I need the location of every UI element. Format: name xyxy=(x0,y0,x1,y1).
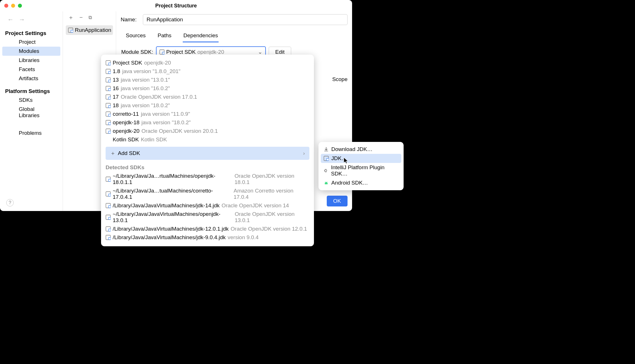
maximize-window-button[interactable] xyxy=(18,4,22,8)
sdk-option-detail: java version "11.0.9" xyxy=(141,111,190,117)
tab-sources[interactable]: Sources xyxy=(125,31,146,42)
module-item[interactable]: RunApplication xyxy=(66,25,113,35)
detected-sdk-path: /Library/Java/JavaVirtualMachines/jdk-12… xyxy=(113,226,229,232)
sdk-icon xyxy=(106,111,111,117)
svg-rect-9 xyxy=(108,80,111,82)
submenu-item-label: JDK… xyxy=(331,155,347,162)
sdk-icon xyxy=(106,60,111,65)
tab-dependencies[interactable]: Dependencies xyxy=(183,31,218,42)
svg-rect-5 xyxy=(108,63,111,65)
module-icon xyxy=(68,28,73,33)
svg-rect-27 xyxy=(108,206,111,208)
help-icon[interactable]: ? xyxy=(6,199,14,206)
sdk-option[interactable]: 1.8 java version "1.8.0_201" xyxy=(106,67,309,76)
module-sdk-label: Module SDK: xyxy=(121,49,153,55)
sdk-option[interactable]: openjdk-20 Oracle OpenJDK version 20.0.1 xyxy=(106,127,309,135)
forward-arrow-icon[interactable]: → xyxy=(19,16,25,23)
detected-sdk-option[interactable]: ~/Library/Java/Ja…tualMachines/corretto-… xyxy=(106,187,309,201)
submenu-item-plugin[interactable]: IntelliJ Platform Plugin SDK… xyxy=(321,163,401,178)
svg-rect-33 xyxy=(108,237,111,240)
sdk-icon xyxy=(106,191,111,197)
sdk-option-name: 17 xyxy=(113,94,119,100)
back-arrow-icon[interactable]: ← xyxy=(7,16,14,23)
svg-rect-15 xyxy=(108,106,111,108)
submenu-item-sdk[interactable]: JDK… xyxy=(321,154,401,163)
svg-rect-1 xyxy=(71,30,73,32)
sdk-option[interactable]: 16 java version "16.0.2" xyxy=(106,84,309,93)
window-controls xyxy=(4,4,22,8)
copy-module-icon[interactable]: ⧉ xyxy=(89,15,92,20)
add-module-icon[interactable]: ＋ xyxy=(68,14,74,21)
kotlin-icon xyxy=(106,137,111,142)
ok-button[interactable]: OK xyxy=(327,196,348,206)
sdk-icon xyxy=(106,215,111,220)
close-window-button[interactable] xyxy=(4,4,8,8)
detected-sdk-option[interactable]: ~/Library/Java/JavaVirtualMachines/openj… xyxy=(106,210,309,225)
sidebar-item-project[interactable]: Project xyxy=(2,38,60,47)
detected-sdk-option[interactable]: ~/Library/Java/Ja…rtualMachines/openjdk-… xyxy=(106,172,309,187)
sidebar-item-problems[interactable]: Problems xyxy=(2,129,60,138)
sdk-option[interactable]: Project SDK openjdk-20 xyxy=(106,59,309,67)
sdk-option-detail: Oracle OpenJDK version 17.0.1 xyxy=(121,94,197,100)
titlebar: Project Structure xyxy=(0,0,352,11)
detected-sdk-path: ~/Library/Java/Ja…tualMachines/corretto-… xyxy=(113,188,232,200)
detected-sdk-option[interactable]: /Library/Java/JavaVirtualMachines/jdk-14… xyxy=(106,201,309,210)
sidebar-item-modules[interactable]: Modules xyxy=(2,47,60,56)
detected-sdks-label: Detected SDKs xyxy=(101,162,314,172)
add-sdk-row[interactable]: ＋ Add SDK › xyxy=(106,147,309,160)
sdk-icon xyxy=(159,49,165,55)
detected-sdk-detail: Oracle OpenJDK version 18.0.1 xyxy=(235,173,309,185)
submenu-item-android[interactable]: Android SDK… xyxy=(321,178,401,187)
sdk-option[interactable]: 17 Oracle OpenJDK version 17.0.1 xyxy=(106,93,309,101)
detected-sdk-path: ~/Library/Java/JavaVirtualMachines/openj… xyxy=(113,211,233,224)
sidebar-item-global-libraries[interactable]: Global Libraries xyxy=(2,105,60,120)
sdk-option-name: corretto-11 xyxy=(113,111,139,117)
combo-secondary-text: openjdk-20 xyxy=(197,49,224,55)
sdk-option-name: 18 xyxy=(113,102,119,109)
module-tabs: Sources Paths Dependencies xyxy=(121,30,348,42)
sdk-option[interactable]: corretto-11 java version "11.0.9" xyxy=(106,110,309,118)
sdk-icon xyxy=(106,129,111,134)
plus-icon: ＋ xyxy=(110,150,116,157)
module-name-input[interactable] xyxy=(143,14,348,25)
sdk-icon xyxy=(106,86,111,91)
sdk-option[interactable]: openjdk-18 java version "18.0.2" xyxy=(106,118,309,127)
sdk-icon xyxy=(106,235,111,240)
sdk-option[interactable]: Kotlin SDK Kotlin SDK xyxy=(106,135,309,144)
detected-sdk-detail: Oracle OpenJDK version 13.0.1 xyxy=(235,211,309,224)
remove-module-icon[interactable]: − xyxy=(79,14,83,21)
sdk-icon xyxy=(106,69,111,74)
sdk-icon xyxy=(106,177,111,182)
sdk-option[interactable]: 18 java version "18.0.2" xyxy=(106,101,309,110)
tab-paths[interactable]: Paths xyxy=(157,31,172,42)
svg-rect-17 xyxy=(108,114,111,116)
module-item-label: RunApplication xyxy=(75,27,111,33)
svg-rect-25 xyxy=(108,194,111,196)
sdk-option-detail: java version "16.0.2" xyxy=(121,85,170,92)
download-icon xyxy=(324,147,329,152)
detected-sdk-option[interactable]: /Library/Java/JavaVirtualMachines/jdk-9.… xyxy=(106,233,309,242)
sdk-option-detail: java version "18.0.2" xyxy=(141,119,191,126)
sdk-option[interactable]: 13 java version "13.0.1" xyxy=(106,76,309,84)
sidebar-item-sdks[interactable]: SDKs xyxy=(2,96,60,105)
svg-rect-21 xyxy=(108,131,111,133)
detected-sdk-detail: Oracle OpenJDK version 14 xyxy=(222,202,289,209)
scope-column-header: Scope xyxy=(332,76,348,82)
sidebar-item-artifacts[interactable]: Artifacts xyxy=(2,74,60,83)
sidebar-item-libraries[interactable]: Libraries xyxy=(2,56,60,65)
minimize-window-button[interactable] xyxy=(11,4,15,8)
sdk-option-detail: Kotlin SDK xyxy=(141,136,167,143)
sdk-option-detail: java version "18.0.2" xyxy=(121,102,170,109)
sidebar-section-project-settings: Project Settings xyxy=(0,28,63,38)
detected-sdk-option[interactable]: /Library/Java/JavaVirtualMachines/jdk-12… xyxy=(106,225,309,233)
detected-sdk-path: ~/Library/Java/Ja…rtualMachines/openjdk-… xyxy=(113,173,233,185)
submenu-item-download[interactable]: Download JDK… xyxy=(321,145,401,154)
sdk-icon xyxy=(324,156,329,161)
sidebar-item-facets[interactable]: Facets xyxy=(2,65,60,74)
sdk-option-name: openjdk-20 xyxy=(113,128,139,134)
sdk-icon xyxy=(106,77,111,82)
svg-rect-7 xyxy=(108,71,111,74)
submenu-item-label: IntelliJ Platform Plugin SDK… xyxy=(331,164,398,177)
sdk-option-name: Kotlin SDK xyxy=(113,136,139,143)
sdk-option-detail: java version "1.8.0_201" xyxy=(122,68,180,75)
